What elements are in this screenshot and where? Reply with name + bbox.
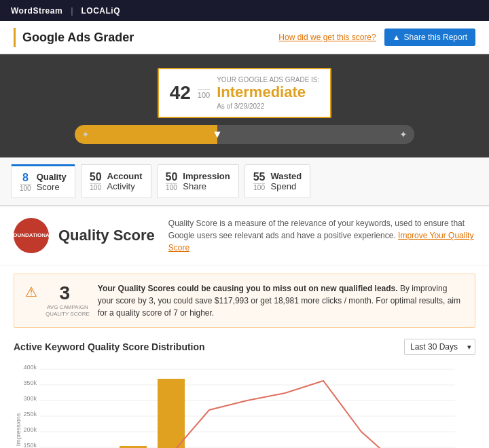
- tab-score-account: 50 100: [90, 171, 102, 191]
- tab-num-account: 50: [90, 171, 102, 183]
- tab-num-impression: 50: [166, 171, 178, 183]
- progress-marker: ▼: [212, 128, 223, 141]
- tab-sublabel2: Activity: [107, 181, 143, 191]
- alert-score: 3: [60, 282, 71, 304]
- tab-label3: Impression: [183, 171, 230, 181]
- tab-score-impression: 50 100: [166, 171, 178, 191]
- tab-label-account: Account Activity: [107, 171, 143, 191]
- svg-text:150k: 150k: [23, 442, 37, 448]
- alert-score-label: AVG CAMPAIGNQUALITY SCORE: [46, 304, 90, 317]
- svg-text:250k: 250k: [23, 411, 37, 417]
- score-label-area: YOUR GOOGLE ADS GRADE IS: Intermediate A…: [217, 76, 319, 110]
- tab-denom-account: 100: [90, 183, 101, 191]
- svg-text:200k: 200k: [23, 426, 37, 433]
- svg-text:400k: 400k: [23, 364, 37, 371]
- svg-text:350k: 350k: [23, 379, 37, 386]
- section-icon-label: FOUNDATIONAL: [10, 232, 52, 239]
- tab-label-quality: Quality Score: [37, 172, 67, 192]
- header-left: Google Ads Grader: [14, 28, 134, 47]
- tab-label1: Quality: [37, 172, 67, 182]
- score-denom: 100: [198, 89, 210, 99]
- tab-wasted-spend[interactable]: 55 100 Wasted Spend: [244, 164, 311, 198]
- top-header: WordStream | LOCALiQ: [0, 0, 489, 21]
- score-date: As of 3/29/2022: [217, 102, 319, 110]
- tabs-section: 8 100 Quality Score 50 100 Account Activ…: [0, 157, 489, 206]
- score-box: 42 100 YOUR GOOGLE ADS GRADE IS: Interme…: [158, 68, 332, 118]
- brand-localiq: LOCALiQ: [82, 6, 121, 16]
- chart-svg: 0 50k 100k 150k 200k 250k 300k 350k 400k…: [14, 362, 462, 448]
- progress-bar: ✦ ▼ ✦: [75, 125, 414, 144]
- share-label: Share this Report: [404, 33, 467, 42]
- tab-score-wasted: 55 100: [253, 171, 266, 191]
- section-title: Quality Score: [58, 227, 155, 244]
- tab-denom-wasted: 100: [253, 183, 265, 191]
- section-icon: FOUNDATIONAL: [14, 218, 49, 253]
- tab-denom-quality: 100: [20, 184, 31, 192]
- tab-num-wasted: 55: [253, 171, 266, 183]
- tab-sublabel1: Score: [37, 182, 67, 192]
- content-section: FOUNDATIONAL Quality Score Quality Score…: [0, 206, 489, 448]
- tab-label-impression: Impression Share: [183, 171, 230, 191]
- how-link[interactable]: How did we get this score?: [278, 33, 376, 42]
- chart-header: Active Keyword Quality Score Distributio…: [14, 339, 475, 355]
- svg-text:Impressions: Impressions: [15, 413, 22, 446]
- chart-dropdown-wrapper[interactable]: Last 30 Days: [404, 339, 475, 355]
- alert-icon: ⚠: [25, 284, 37, 300]
- chart-dropdown[interactable]: Last 30 Days: [404, 339, 475, 355]
- section-description: Quality Score is a measure of the releva…: [155, 217, 475, 254]
- alert-left: 3 AVG CAMPAIGNQUALITY SCORE: [46, 282, 90, 317]
- brand-separator: |: [71, 5, 73, 16]
- score-label-small: YOUR GOOGLE ADS GRADE IS:: [217, 76, 319, 83]
- chart-wrapper: 0 50k 100k 150k 200k 250k 300k 350k 400k…: [14, 362, 475, 448]
- tab-label2: Account: [107, 171, 143, 181]
- main-header: Google Ads Grader How did we get this sc…: [0, 21, 489, 54]
- page-title: Google Ads Grader: [22, 31, 134, 45]
- bar-3: [158, 379, 185, 448]
- hero-section: 42 100 YOUR GOOGLE ADS GRADE IS: Interme…: [0, 54, 489, 157]
- progress-fill: [75, 125, 414, 144]
- tab-impression-share[interactable]: 50 100 Impression Share: [157, 164, 239, 198]
- chart-title: Active Keyword Quality Score Distributio…: [14, 341, 205, 352]
- tab-quality-score[interactable]: 8 100 Quality Score: [11, 164, 75, 198]
- svg-text:300k: 300k: [23, 395, 37, 402]
- section-header: FOUNDATIONAL Quality Score Quality Score…: [0, 206, 489, 265]
- tab-label4: Wasted: [271, 171, 302, 181]
- header-right: How did we get this score? ▲ Share this …: [278, 29, 475, 46]
- alert-text: Your Quality Scores could be causing you…: [98, 282, 464, 319]
- share-button[interactable]: ▲ Share this Report: [384, 29, 475, 46]
- brand-wordstream: WordStream: [11, 6, 62, 16]
- tab-sublabel3: Share: [183, 181, 230, 191]
- tab-sublabel4: Spend: [271, 181, 302, 191]
- tab-account-activity[interactable]: 50 100 Account Activity: [81, 164, 151, 198]
- tab-num-quality: 8: [22, 172, 29, 184]
- chart-section: Active Keyword Quality Score Distributio…: [0, 339, 489, 448]
- alert-box: ⚠ 3 AVG CAMPAIGNQUALITY SCORE Your Quali…: [14, 274, 475, 328]
- header-divider: [14, 28, 16, 47]
- benchmark-line: [57, 381, 437, 448]
- progress-icon-left: ✦: [82, 129, 90, 140]
- share-icon: ▲: [393, 33, 401, 42]
- tab-label-wasted: Wasted Spend: [271, 171, 302, 191]
- progress-icon-right: ✦: [399, 129, 408, 140]
- alert-text-bold: Your Quality Scores could be causing you…: [98, 284, 398, 293]
- score-number: 42: [170, 83, 191, 102]
- tab-denom-impression: 100: [166, 183, 177, 191]
- tab-score-quality: 8 100: [20, 172, 31, 192]
- score-grade: Intermediate: [217, 83, 319, 101]
